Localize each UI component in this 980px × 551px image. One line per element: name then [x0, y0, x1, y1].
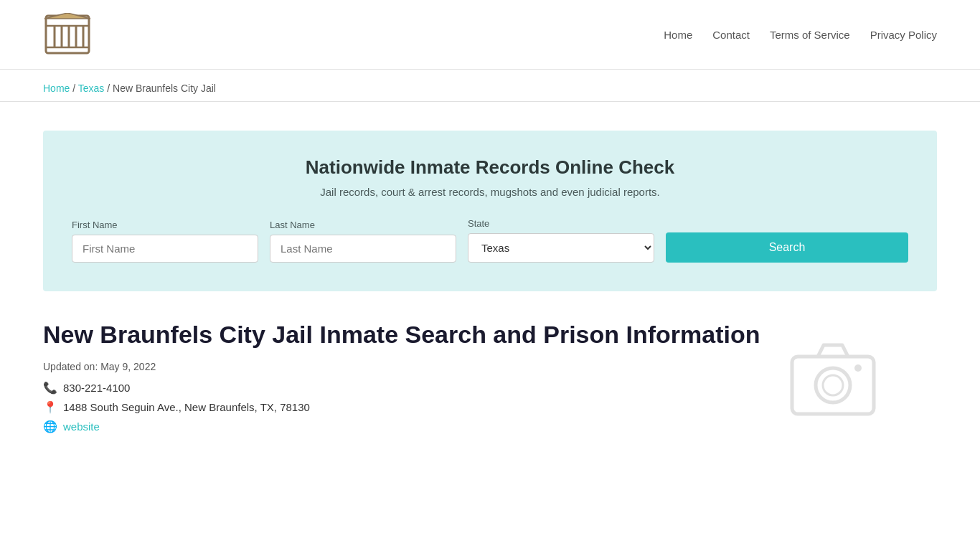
state-group: State Texas Alabama California Florida N…	[468, 218, 654, 263]
nav-links: Home Contact Terms of Service Privacy Po…	[664, 29, 937, 41]
nav-contact[interactable]: Contact	[712, 29, 750, 41]
search-form: First Name Last Name State Texas Alabama…	[72, 218, 908, 263]
logo[interactable]	[43, 13, 92, 56]
banner-title: Nationwide Inmate Records Online Check	[72, 156, 908, 179]
breadcrumb-current: New Braunfels City Jail	[113, 83, 216, 94]
camera-icon	[786, 336, 880, 419]
address-text: 1488 South Seguin Ave., New Braunfels, T…	[63, 401, 310, 413]
svg-point-11	[823, 375, 843, 395]
first-name-input[interactable]	[72, 235, 258, 263]
state-select[interactable]: Texas Alabama California Florida New Yor…	[468, 233, 654, 263]
logo-icon	[43, 13, 92, 56]
main-content: New Braunfels City Jail Inmate Search an…	[0, 313, 980, 468]
globe-icon: 🌐	[43, 420, 57, 433]
website-link[interactable]: website	[63, 420, 100, 433]
header: Home Contact Terms of Service Privacy Po…	[0, 0, 980, 70]
phone-number: 830-221-4100	[63, 382, 130, 394]
last-name-input[interactable]	[270, 235, 456, 263]
search-banner: Nationwide Inmate Records Online Check J…	[43, 131, 937, 291]
website-line: 🌐 website	[43, 420, 937, 433]
nav-terms[interactable]: Terms of Service	[770, 29, 850, 41]
last-name-label: Last Name	[270, 220, 456, 230]
svg-point-12	[854, 364, 862, 372]
content-area: New Braunfels City Jail Inmate Search an…	[43, 320, 937, 433]
svg-rect-9	[792, 357, 874, 414]
location-icon: 📍	[43, 400, 57, 414]
first-name-group: First Name	[72, 220, 258, 263]
nav-privacy[interactable]: Privacy Policy	[870, 29, 937, 41]
first-name-label: First Name	[72, 220, 258, 230]
svg-point-10	[816, 368, 850, 402]
banner-subtitle: Jail records, court & arrest records, mu…	[72, 186, 908, 198]
breadcrumb-home[interactable]: Home	[43, 83, 70, 94]
phone-icon: 📞	[43, 381, 57, 395]
facility-image-placeholder	[786, 336, 880, 419]
breadcrumb: Home / Texas / New Braunfels City Jail	[0, 70, 980, 102]
breadcrumb-state[interactable]: Texas	[78, 83, 105, 94]
search-button[interactable]: Search	[666, 232, 908, 263]
last-name-group: Last Name	[270, 220, 456, 263]
nav-home[interactable]: Home	[664, 29, 692, 41]
state-label: State	[468, 218, 654, 229]
